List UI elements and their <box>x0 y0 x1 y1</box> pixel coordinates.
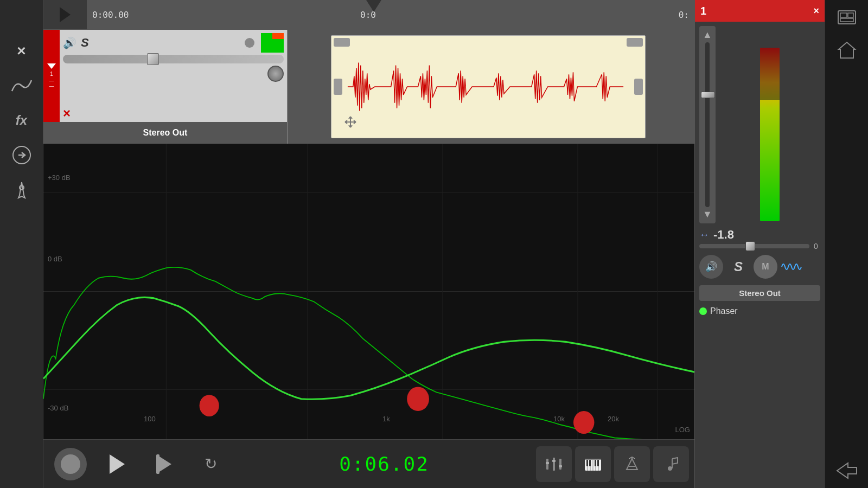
back-arrow-icon <box>835 461 859 480</box>
header-play-button[interactable] <box>43 7 87 22</box>
close-tool-button[interactable]: × <box>7 36 37 66</box>
pan-arrows-icon: ↔ <box>699 229 709 241</box>
pan-zero-label: 0 <box>812 242 820 251</box>
pan-slider-thumb[interactable] <box>745 241 755 251</box>
skip-back-icon <box>156 454 171 474</box>
pan-knob[interactable] <box>267 66 284 82</box>
right-close-button[interactable]: × <box>813 5 819 17</box>
level-meter <box>261 33 284 53</box>
move-icon[interactable] <box>342 114 359 132</box>
fade-overlay <box>537 36 645 138</box>
svg-rect-14 <box>559 459 561 470</box>
piano-icon <box>582 453 604 475</box>
tuner-button[interactable] <box>614 446 650 482</box>
phaser-dot <box>699 307 707 315</box>
fx-button[interactable]: fx <box>7 105 37 136</box>
eq-point-1 <box>200 395 219 416</box>
pan-section: ↔ -1.8 <box>695 228 825 242</box>
svg-rect-13 <box>552 460 556 462</box>
track-line-icon: —— <box>49 78 54 89</box>
record-button[interactable] <box>49 445 92 483</box>
svg-rect-26 <box>597 460 599 466</box>
eq-area: +30 dB 0 dB -30 dB 100 1k 10k 20k LOG <box>43 144 694 439</box>
playhead[interactable] <box>366 0 381 12</box>
svg-point-1 <box>20 185 24 190</box>
eq-hz-1k-label: 1k <box>382 415 390 423</box>
right-solo-button[interactable]: S <box>726 255 750 279</box>
eq-point-3 <box>573 411 594 434</box>
fader-down-arrow: ▼ <box>703 209 712 220</box>
volume-thumb[interactable] <box>147 53 159 65</box>
svg-rect-25 <box>595 460 596 466</box>
track-top-row: 🔊 S <box>63 33 284 53</box>
tune-button[interactable] <box>7 175 37 205</box>
track-close-button[interactable]: × <box>63 106 71 121</box>
svg-rect-23 <box>586 460 588 466</box>
svg-rect-15 <box>559 465 562 467</box>
track-arrow-icon <box>47 63 56 69</box>
stereo-out-bar: Stereo Out <box>43 122 287 144</box>
volume-slider[interactable] <box>63 55 284 63</box>
speaker-icon[interactable]: 🔊 <box>63 36 76 49</box>
vu-fader[interactable]: ▲ ▼ <box>699 26 716 223</box>
back-button[interactable] <box>832 459 862 483</box>
repeat-icon: ↻ <box>205 455 217 473</box>
pan-slider[interactable] <box>699 244 809 248</box>
piano-button[interactable] <box>575 446 611 482</box>
channel-number: 1 <box>700 5 706 17</box>
waveform-area <box>288 30 694 144</box>
window-button[interactable] <box>832 5 862 29</box>
right-mute-button[interactable]: M <box>754 255 777 279</box>
right-speaker-button[interactable]: 🔊 <box>699 255 723 279</box>
window-icon <box>836 9 858 26</box>
repeat-button[interactable]: ↻ <box>189 445 232 483</box>
svg-rect-11 <box>546 462 549 464</box>
wave-icon-container <box>781 259 802 275</box>
solo-button[interactable]: S <box>81 36 89 50</box>
time-label-1: 0:00.00 <box>92 10 129 20</box>
phaser-label: Phaser <box>710 306 738 316</box>
send-button[interactable] <box>7 140 37 170</box>
track-main-controls: 🔊 S <box>60 30 287 122</box>
note-button[interactable] <box>653 446 689 482</box>
vu-bar-meter <box>719 26 820 223</box>
pan-slider-row: 0 <box>695 242 825 251</box>
top-header: 0:00.00 0:0 0: <box>43 0 694 30</box>
stereo-out-label: Stereo Out <box>143 128 188 138</box>
eq-point-2 <box>407 387 429 411</box>
grid-button[interactable] <box>8 4 35 31</box>
analytics-button[interactable] <box>7 70 37 101</box>
record-circle-icon <box>61 454 80 474</box>
svg-rect-33 <box>840 18 853 22</box>
eq-hz-20k-label: 20k <box>608 415 619 423</box>
svg-point-28 <box>631 457 633 459</box>
left-toolbar: × fx <box>0 0 43 488</box>
svg-rect-17 <box>585 459 601 460</box>
fader-track <box>705 42 710 207</box>
svg-rect-32 <box>848 13 853 17</box>
track-section: 1 —— 🔊 S <box>43 30 694 144</box>
play-button[interactable] <box>95 445 139 483</box>
eq-db-zero-label: 0 dB <box>48 255 62 263</box>
svg-point-29 <box>668 466 672 471</box>
fader-thumb[interactable] <box>701 92 715 98</box>
main-area: 0:00.00 0:0 0: 1 —— 🔊 S <box>43 0 694 488</box>
eq-log-label: LOG <box>675 426 690 434</box>
mixer-button[interactable] <box>536 446 572 482</box>
eq-grid-svg <box>43 144 694 439</box>
track-num: 1 <box>50 71 53 77</box>
eq-db-minus30-label: -30 dB <box>48 404 68 412</box>
mute-dot[interactable] <box>245 38 254 48</box>
pan-value-display: -1.8 <box>709 228 738 242</box>
vu-meter-area: ▲ ▼ <box>695 22 825 228</box>
svg-rect-31 <box>840 13 847 17</box>
bottom-bar: ↻ 0:06.02 <box>43 439 694 488</box>
waveform-clip[interactable] <box>331 35 646 138</box>
time-display: 0:06.02 <box>235 453 533 475</box>
time-ruler: 0:00.00 0:0 0: <box>87 0 694 30</box>
home-button[interactable] <box>832 38 862 62</box>
skip-back-button[interactable] <box>142 445 186 483</box>
note-icon <box>660 453 682 475</box>
track-red-bar: 1 —— <box>43 30 60 122</box>
right-bottom-controls: 🔊 S M <box>695 251 825 283</box>
